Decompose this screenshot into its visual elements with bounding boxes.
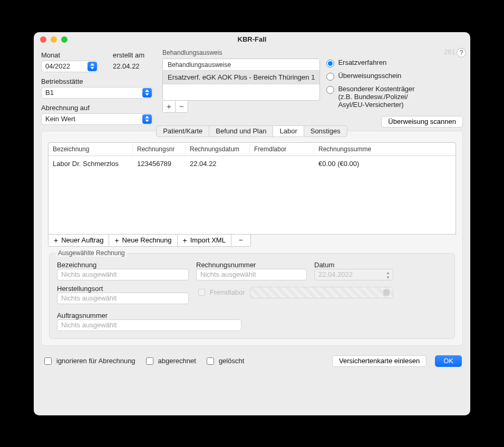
radio-label: Besonderer Kostenträger (z.B. Bundesw./P…	[338, 85, 414, 109]
th-bezeichnung[interactable]: Bezeichnung	[49, 143, 133, 156]
th-fremdlabor[interactable]: Fremdlabor	[250, 143, 314, 156]
stepper-icon[interactable]	[142, 114, 152, 124]
stepper-icon[interactable]	[88, 62, 97, 71]
new-auftrag-button[interactable]: +Neuer Auftrag	[49, 235, 109, 246]
tab-labor[interactable]: Labor	[273, 125, 304, 137]
radio-ueberweisung[interactable]: Überweisungsschein	[326, 72, 463, 81]
ba-add-button[interactable]: +	[163, 101, 175, 112]
ba-list-header: Behandlungsausweise	[163, 59, 319, 71]
abrechnung-label: Abrechnung auf	[41, 104, 153, 112]
radio-label: Überweisungsschein	[338, 72, 401, 80]
abgerechnet-checkbox[interactable]: abgerechnet	[144, 356, 196, 366]
tab-sonstiges[interactable]: Sonstiges	[304, 125, 347, 137]
zoom-icon[interactable]	[61, 36, 67, 43]
monat-value: 04/2022	[45, 62, 70, 70]
cell-rechnungsdatum: 22.04.22	[186, 156, 250, 171]
titlebar: KBR-Fall	[34, 32, 470, 47]
selection-group: Ausgewählte Rechnung Bezeichnung Nichts …	[49, 253, 455, 339]
cell-bezeichnung: Labor Dr. Schmerzlos	[49, 156, 133, 171]
cell-rechnungssumme: €0.00 (€0.00)	[314, 156, 455, 171]
plus-icon: +	[54, 237, 58, 244]
abrechnung-value: Kein Wert	[45, 115, 75, 123]
plus-icon: +	[114, 237, 119, 244]
herstellungsort-input[interactable]: Nichts ausgewählt	[57, 293, 189, 304]
fremdlabor-checkbox: Fremdlabor	[196, 287, 245, 297]
datum-input[interactable]: 22.04.2022 ▲▼	[314, 269, 393, 280]
ba-group-label: Behandlungsausweis	[162, 49, 463, 56]
labor-table[interactable]: Bezeichnung Rechnungsnr Rechnungsdatum F…	[48, 142, 456, 235]
window: KBR-Fall 261 ? Monat 04/2022 erstellt am	[34, 32, 470, 415]
ok-button[interactable]: OK	[435, 355, 462, 367]
abrechnung-select[interactable]: Kein Wert	[41, 113, 153, 125]
checkbox-input	[198, 289, 205, 296]
bezeichnung-input[interactable]: Nichts ausgewählt	[57, 269, 189, 280]
radio-input[interactable]	[326, 73, 334, 81]
th-rechnungsdatum[interactable]: Rechnungsdatum	[186, 143, 250, 156]
tab-patient[interactable]: Patient/Karte	[156, 125, 209, 137]
monat-select[interactable]: 04/2022	[41, 61, 98, 72]
erstellt-label: erstellt am	[113, 51, 144, 59]
tab-befund[interactable]: Befund und Plan	[209, 125, 273, 137]
cell-fremdlabor	[250, 156, 314, 171]
auftragsnummer-input[interactable]: Nichts ausgewählt	[57, 319, 241, 331]
new-rechnung-button[interactable]: +Neue Rechnung	[109, 235, 177, 246]
th-rechnungssumme[interactable]: Rechnungssumme	[314, 143, 455, 156]
traffic-lights	[40, 36, 67, 43]
radio-kostentraeger[interactable]: Besonderer Kostenträger (z.B. Bundesw./P…	[326, 85, 463, 109]
import-xml-button[interactable]: +Import XML	[178, 235, 231, 246]
page-number: 261	[444, 48, 455, 56]
ba-remove-button[interactable]: −	[175, 101, 188, 112]
datum-label: Datum	[314, 261, 393, 269]
plus-icon: +	[183, 237, 187, 244]
remove-row-button[interactable]: −	[231, 235, 250, 246]
window-title: KBR-Fall	[238, 35, 267, 43]
auftragsnummer-label: Auftragsnummer	[57, 312, 307, 319]
betrieb-select[interactable]: B1	[41, 87, 153, 99]
close-icon[interactable]	[40, 36, 46, 43]
rechnungsnummer-input[interactable]: Nichts ausgewählt	[196, 269, 307, 280]
ignore-checkbox[interactable]: ignorieren für Abrechnung	[42, 356, 135, 366]
th-rechnungsnr[interactable]: Rechnungsnr	[133, 143, 186, 156]
minimize-icon[interactable]	[51, 36, 57, 43]
selection-title: Ausgewählte Rechnung	[56, 249, 127, 257]
date-stepper-icon[interactable]: ▲▼	[384, 270, 392, 279]
ba-list-item[interactable]: Ersatzverf. eGK AOK Plus - Bereich Thüri…	[163, 71, 319, 84]
bezeichnung-label: Bezeichnung	[57, 261, 189, 269]
radio-label: Ersatzverfahren	[338, 59, 386, 66]
erstellt-value: 22.04.22	[113, 62, 144, 70]
herstellungsort-label: Herstellungsort	[57, 285, 189, 293]
checkbox-input[interactable]	[146, 357, 153, 365]
geloescht-checkbox[interactable]: gelöscht	[205, 356, 244, 366]
stepper-icon[interactable]	[142, 88, 152, 98]
betrieb-value: B1	[45, 89, 54, 96]
checkbox-input[interactable]	[44, 357, 52, 365]
fremdlabor-select	[250, 287, 393, 298]
radio-input[interactable]	[326, 60, 334, 67]
ba-list[interactable]: Behandlungsausweise Ersatzverf. eGK AOK …	[162, 59, 320, 101]
monat-label: Monat	[41, 51, 98, 59]
scan-button[interactable]: Überweisung scannen	[381, 116, 463, 128]
checkbox-input[interactable]	[207, 357, 214, 365]
main-panel: Patient/Karte Befund und Plan Labor Sons…	[41, 131, 463, 346]
cell-rechnungsnr: 123456789	[133, 156, 186, 171]
betrieb-label: Betriebsstätte	[41, 77, 153, 85]
table-row[interactable]: Labor Dr. Schmerzlos 123456789 22.04.22 …	[49, 156, 455, 171]
rechnungsnummer-label: Rechnungsnummer	[196, 261, 307, 269]
help-button[interactable]: ?	[457, 48, 466, 57]
radio-ersatzverfahren[interactable]: Ersatzverfahren	[326, 59, 463, 67]
read-card-button[interactable]: Versichertenkarte einlesen	[332, 355, 427, 367]
radio-input[interactable]	[326, 86, 334, 94]
